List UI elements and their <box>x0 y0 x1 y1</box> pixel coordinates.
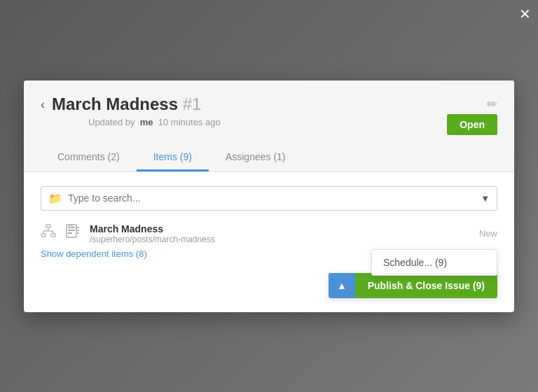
modal-title: March Madness #1 <box>52 94 201 114</box>
publish-btn-group: ▲ Publish & Close Issue (9) <box>329 273 497 298</box>
tab-assignees-label: Assignees (1) <box>226 151 286 162</box>
modal-dialog: ‹ March Madness #1 ✏ Updated by me 10 mi… <box>24 80 514 312</box>
modal-title-text: March Madness <box>52 94 178 113</box>
back-icon: ‹ <box>41 97 45 111</box>
search-input[interactable] <box>68 192 481 204</box>
search-dropdown-icon[interactable]: ▼ <box>481 193 490 204</box>
modal-title-row: ‹ March Madness #1 ✏ <box>41 94 497 114</box>
svg-rect-9 <box>68 230 75 231</box>
close-icon: ✕ <box>519 6 531 22</box>
search-row: 📁 ▼ <box>41 186 497 211</box>
modal-footer: Schedule... (9) ▲ Publish & Close Issue … <box>24 273 514 312</box>
tab-assignees[interactable]: Assignees (1) <box>209 144 303 172</box>
item-info: March Madness /superhero/posts/march-mad… <box>90 223 471 244</box>
edit-icon[interactable]: ✏ <box>487 97 497 112</box>
svg-rect-10 <box>68 232 72 234</box>
modal-subtitle: Updated by me 10 minutes ago <box>88 117 221 127</box>
back-button[interactable]: ‹ <box>41 98 45 111</box>
tab-comments[interactable]: Comments (2) <box>41 144 137 172</box>
svg-rect-1 <box>41 234 46 237</box>
svg-rect-2 <box>51 234 55 237</box>
subtitle-user: me <box>140 117 153 127</box>
modal-subtitle-row: Updated by me 10 minutes ago Open <box>64 117 497 136</box>
modal-title-number: #1 <box>183 94 202 113</box>
publish-dropdown: Schedule... (9) <box>371 249 497 276</box>
svg-rect-11 <box>69 225 72 227</box>
item-row: March Madness /superhero/posts/march-mad… <box>41 223 497 244</box>
modal-title-left: ‹ March Madness #1 <box>41 94 201 114</box>
tab-items-label: Items (9) <box>153 151 192 162</box>
publish-arrow-icon: ▲ <box>337 280 347 291</box>
svg-rect-0 <box>46 225 50 227</box>
item-name: March Madness <box>90 223 471 234</box>
subtitle-updated-text: Updated by <box>88 117 135 127</box>
close-button[interactable]: ✕ <box>519 7 531 21</box>
publish-close-button[interactable]: Publish & Close Issue (9) <box>355 273 497 298</box>
open-button[interactable]: Open <box>447 114 497 135</box>
item-status: New <box>479 228 497 239</box>
modal-header: ‹ March Madness #1 ✏ Updated by me 10 mi… <box>24 80 514 172</box>
subtitle-time: 10 minutes ago <box>158 117 221 127</box>
tab-comments-label: Comments (2) <box>57 151 120 162</box>
item-path: /superhero/posts/march-madness <box>90 234 471 244</box>
modal-tabs: Comments (2) Items (9) Assignees (1) <box>41 144 497 172</box>
doc-icon <box>64 223 81 244</box>
tree-icon <box>41 224 56 243</box>
folder-icon: 📁 <box>48 192 62 205</box>
schedule-dropdown-item[interactable]: Schedule... (9) <box>372 250 497 275</box>
tab-items[interactable]: Items (9) <box>137 144 209 172</box>
publish-arrow-button[interactable]: ▲ <box>329 273 355 298</box>
